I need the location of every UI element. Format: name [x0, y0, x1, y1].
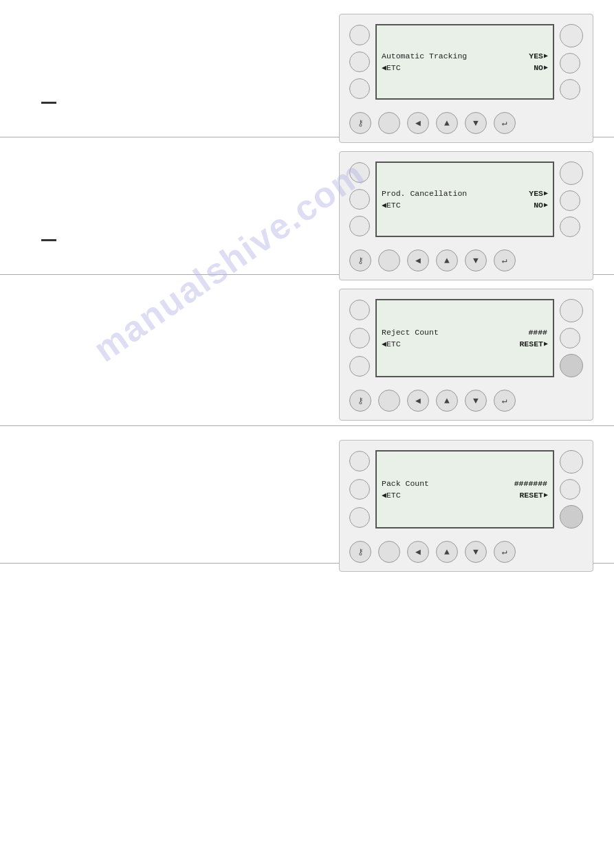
up-arrow-button-2[interactable]: ▲: [436, 249, 458, 271]
section-3: Reject Count #### ◀ETC RESET▶ ⚷ ◀ ▲ ▼ ↵: [0, 275, 614, 426]
lcd-4: Pack Count ####### ◀ETC RESET▶: [375, 450, 554, 528]
left-buttons-1: [349, 24, 370, 100]
lcd-1: Automatic Tracking YES▶ ◀ETC NO▶: [375, 24, 554, 100]
lcd-3: Reject Count #### ◀ETC RESET▶: [375, 299, 554, 377]
right-btn-1-mid[interactable]: [560, 53, 580, 74]
left-arrow-button-3[interactable]: ◀: [407, 390, 429, 412]
right-btn-1-bot[interactable]: [560, 79, 580, 100]
right-btn-2-bot[interactable]: [560, 216, 580, 237]
left-btn-4-mid[interactable]: [349, 479, 370, 500]
lcd-line-2-2: ◀ETC NO▶: [382, 199, 548, 211]
enter-button-2[interactable]: ↵: [494, 249, 516, 271]
key-button-3[interactable]: ⚷: [349, 390, 371, 412]
up-arrow-button-3[interactable]: ▲: [436, 390, 458, 412]
left-buttons-4: [349, 450, 370, 528]
right-btn-4-mid[interactable]: [560, 479, 580, 500]
lcd-line-3-2: ◀ETC RESET▶: [382, 338, 548, 350]
right-btn-4-top[interactable]: [560, 450, 583, 474]
left-arrow-button-2[interactable]: ◀: [407, 249, 429, 271]
left-arrow-button-4[interactable]: ◀: [407, 541, 429, 563]
section-2: Prod. Cancellation YES▶ ◀ETC NO▶ ⚷ ◀ ▲ ▼…: [0, 137, 614, 275]
lcd-line-2-1: Prod. Cancellation YES▶: [382, 188, 548, 199]
enter-button-3[interactable]: ↵: [494, 390, 516, 412]
right-btn-3-bot[interactable]: [560, 354, 583, 377]
lcd-line-1-2: ◀ETC NO▶: [382, 62, 548, 74]
left-btn-3-mid[interactable]: [349, 328, 370, 348]
right-btn-3-mid[interactable]: [560, 328, 580, 348]
left-buttons-3: [349, 299, 370, 377]
panel-box-2: Prod. Cancellation YES▶ ◀ETC NO▶ ⚷ ◀ ▲ ▼…: [339, 151, 593, 280]
left-btn-2-top[interactable]: [349, 162, 370, 183]
display-area-2: Prod. Cancellation YES▶ ◀ETC NO▶: [349, 162, 583, 237]
right-btn-3-top[interactable]: [560, 299, 583, 322]
circle-button-1[interactable]: [378, 112, 400, 134]
right-buttons-2: [560, 162, 583, 237]
enter-button-1[interactable]: ↵: [494, 112, 516, 134]
left-btn-2-mid[interactable]: [349, 189, 370, 210]
right-buttons-4: [560, 450, 583, 528]
left-btn-3-bot[interactable]: [349, 356, 370, 377]
lcd-line-4-2: ◀ETC RESET▶: [382, 489, 548, 501]
up-arrow-button-1[interactable]: ▲: [436, 112, 458, 134]
control-row-4: ⚷ ◀ ▲ ▼ ↵: [349, 538, 583, 563]
right-buttons-1: [560, 24, 583, 100]
control-row-2: ⚷ ◀ ▲ ▼ ↵: [349, 247, 583, 271]
left-btn-3-top[interactable]: [349, 300, 370, 320]
down-arrow-button-4[interactable]: ▼: [465, 541, 487, 563]
lcd-line-3-1: Reject Count ####: [382, 326, 548, 338]
right-btn-1-top[interactable]: [560, 24, 583, 47]
dash-mark-1: [41, 102, 56, 104]
section-1: Automatic Tracking YES▶ ◀ETC NO▶ ⚷ ◀ ▲ ▼…: [0, 0, 614, 137]
down-arrow-button-1[interactable]: ▼: [465, 112, 487, 134]
left-btn-1-mid[interactable]: [349, 52, 370, 72]
display-area-1: Automatic Tracking YES▶ ◀ETC NO▶: [349, 24, 583, 100]
left-btn-1-top[interactable]: [349, 25, 370, 45]
control-row-1: ⚷ ◀ ▲ ▼ ↵: [349, 109, 583, 134]
left-arrow-button-1[interactable]: ◀: [407, 112, 429, 134]
key-button-4[interactable]: ⚷: [349, 541, 371, 563]
key-button-2[interactable]: ⚷: [349, 249, 371, 271]
right-btn-4-bot[interactable]: [560, 505, 583, 528]
right-btn-2-top[interactable]: [560, 162, 583, 185]
circle-button-3[interactable]: [378, 390, 400, 412]
enter-button-4[interactable]: ↵: [494, 541, 516, 563]
left-btn-2-bot[interactable]: [349, 216, 370, 236]
lcd-line-4-1: Pack Count #######: [382, 478, 548, 489]
down-arrow-button-3[interactable]: ▼: [465, 390, 487, 412]
circle-button-2[interactable]: [378, 249, 400, 271]
panel-box-3: Reject Count #### ◀ETC RESET▶ ⚷ ◀ ▲ ▼ ↵: [339, 289, 593, 421]
left-buttons-2: [349, 162, 370, 237]
left-btn-1-bot[interactable]: [349, 78, 370, 99]
left-btn-4-bot[interactable]: [349, 507, 370, 528]
control-row-3: ⚷ ◀ ▲ ▼ ↵: [349, 387, 583, 412]
section-4: Pack Count ####### ◀ETC RESET▶ ⚷ ◀ ▲ ▼ ↵: [0, 426, 614, 564]
lcd-line-1-1: Automatic Tracking YES▶: [382, 50, 548, 62]
right-btn-2-mid[interactable]: [560, 190, 580, 211]
key-button-1[interactable]: ⚷: [349, 112, 371, 134]
lcd-2: Prod. Cancellation YES▶ ◀ETC NO▶: [375, 162, 554, 237]
display-area-4: Pack Count ####### ◀ETC RESET▶: [349, 450, 583, 528]
left-btn-4-top[interactable]: [349, 451, 370, 471]
dash-mark-2: [41, 239, 56, 241]
up-arrow-button-4[interactable]: ▲: [436, 541, 458, 563]
down-arrow-button-2[interactable]: ▼: [465, 249, 487, 271]
panel-box-1: Automatic Tracking YES▶ ◀ETC NO▶ ⚷ ◀ ▲ ▼…: [339, 14, 593, 143]
panel-box-4: Pack Count ####### ◀ETC RESET▶ ⚷ ◀ ▲ ▼ ↵: [339, 440, 593, 572]
circle-button-4[interactable]: [378, 541, 400, 563]
display-area-3: Reject Count #### ◀ETC RESET▶: [349, 299, 583, 377]
right-buttons-3: [560, 299, 583, 377]
